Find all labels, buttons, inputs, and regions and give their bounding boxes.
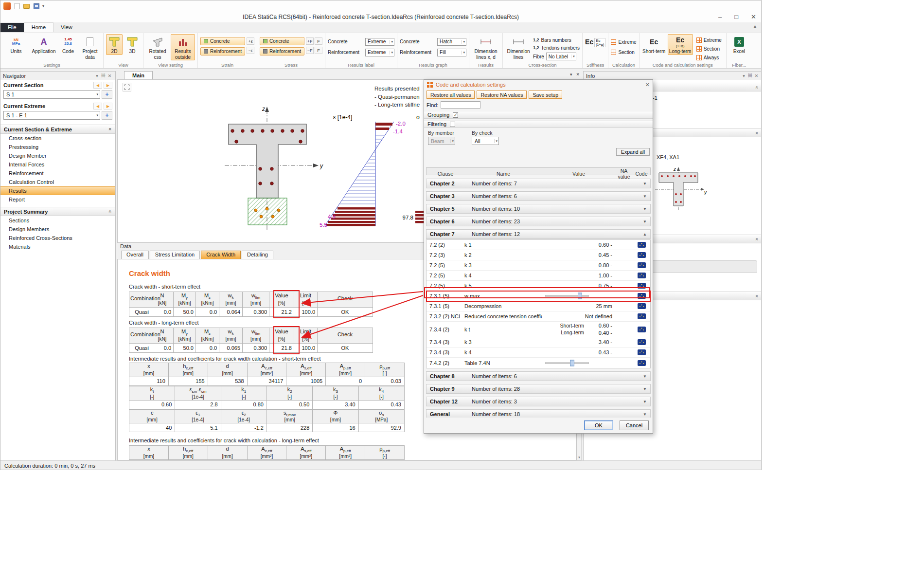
- setting-row[interactable]: 7.3.1 (5) Decompression 25 mm: [426, 301, 650, 311]
- collapse-group-icon[interactable]: «: [108, 210, 113, 213]
- slider-thumb[interactable]: [570, 360, 574, 366]
- chapter-group-row[interactable]: Chapter 9 Number of items: 28 ▼: [426, 384, 651, 394]
- project-data-button[interactable]: Project data: [79, 34, 101, 60]
- view-mode-button[interactable]: 2D: [106, 34, 123, 55]
- code-icon[interactable]: [638, 360, 646, 366]
- ok-button[interactable]: OK: [584, 420, 613, 430]
- code-icon[interactable]: [638, 303, 646, 309]
- chevron-down-icon[interactable]: ▾: [94, 73, 100, 78]
- stiffness-ec-button[interactable]: Ec Ec(1+φ): [585, 38, 605, 47]
- application-button[interactable]: A Application: [31, 34, 57, 55]
- minimize-button[interactable]: –: [718, 13, 722, 20]
- current-extreme-select[interactable]: S 1 - E 1▾: [3, 111, 100, 120]
- slider-thumb[interactable]: [578, 293, 582, 299]
- setting-row[interactable]: 7.2 (2) k 1 0.60 -: [426, 240, 650, 250]
- numbering-toggle[interactable]: 1,2 Bars numbers: [533, 36, 580, 44]
- setting-row[interactable]: 7.2 (3) k 2 0.45 -: [426, 250, 650, 260]
- nav-item[interactable]: Materials: [0, 242, 115, 251]
- new-file-icon[interactable]: [13, 3, 20, 10]
- nav-item[interactable]: Reinforced Cross-Sections: [0, 234, 115, 242]
- code-icon[interactable]: [638, 262, 646, 268]
- nav-group-current-section[interactable]: Current Section & Extreme «: [0, 125, 115, 134]
- setting-row[interactable]: 7.3.2 (2) NCI Reduced concrete tension c…: [426, 311, 650, 322]
- chevron-down-icon[interactable]: ▼: [643, 194, 647, 199]
- nav-item[interactable]: Results: [0, 186, 115, 195]
- value-slider[interactable]: [545, 360, 607, 366]
- code-icon[interactable]: [638, 339, 646, 345]
- collapse-group-icon[interactable]: «: [755, 237, 760, 240]
- code-icon[interactable]: [638, 327, 646, 332]
- extreme-select[interactable]: Extreme▾: [365, 49, 394, 56]
- maximize-button[interactable]: □: [734, 13, 738, 20]
- results-outside-button[interactable]: Results outside: [171, 34, 195, 60]
- stress-toggle[interactable]: Reinforcement: [260, 47, 304, 55]
- data-tab[interactable]: Crack Width: [201, 251, 241, 259]
- code-icon[interactable]: [638, 252, 646, 258]
- setting-row[interactable]: 7.3.1 (5) w max: [426, 291, 650, 301]
- nav-item[interactable]: Cross-section: [0, 134, 115, 143]
- collapse-group-icon[interactable]: «: [755, 131, 760, 134]
- nav-item[interactable]: Calculation Control: [0, 178, 115, 186]
- close-icon[interactable]: ✕: [107, 73, 113, 78]
- code-button[interactable]: 1.4525.8 Code: [58, 34, 78, 55]
- excel-export-button[interactable]: X Excel: [729, 34, 749, 55]
- ribbon-tab[interactable]: View: [53, 23, 80, 32]
- stress-toggle[interactable]: Concrete: [260, 37, 304, 45]
- expand-all-button[interactable]: Expand all: [616, 148, 650, 156]
- by-check-select[interactable]: All▾: [472, 137, 499, 145]
- pin-icon[interactable]: 卌: [747, 73, 753, 79]
- dialog-close-icon[interactable]: ✕: [645, 82, 650, 88]
- add-strain-label-icon[interactable]: +ε: [247, 37, 254, 45]
- setting-row[interactable]: 7.3.4 (3) k 4 0.43 -: [426, 347, 650, 358]
- current-section-select[interactable]: S 1▾: [3, 90, 100, 99]
- ribbon-tab[interactable]: File: [0, 23, 24, 32]
- setting-row[interactable]: 7.4.2 (2) Table 7.4N: [426, 358, 650, 368]
- chapter-group-row[interactable]: Chapter 5 Number of items: 10 ▼: [426, 204, 651, 214]
- chapter-group-row[interactable]: General Number of items: 18 ▼: [426, 409, 651, 418]
- data-tab[interactable]: Overall: [121, 251, 149, 259]
- chapter-group-row[interactable]: Chapter 8 Number of items: 6 ▼: [426, 371, 651, 381]
- nav-item[interactable]: Report: [0, 195, 115, 204]
- code-icon[interactable]: [638, 349, 646, 355]
- collapse-group-icon[interactable]: «: [108, 128, 113, 131]
- nav-item[interactable]: Design Member: [0, 151, 115, 160]
- stress-label-up-icon[interactable]: F: [315, 37, 322, 45]
- collapse-ribbon-icon[interactable]: ▲: [753, 24, 757, 29]
- by-member-select[interactable]: Beam▾: [428, 137, 455, 145]
- scroll-down-icon[interactable]: ▼: [577, 455, 581, 460]
- find-input[interactable]: [441, 101, 480, 109]
- code-icon[interactable]: [638, 293, 646, 299]
- save-icon[interactable]: [33, 3, 40, 10]
- graph-style-select[interactable]: Fill▾: [437, 49, 466, 56]
- chevron-down-icon[interactable]: ▾: [741, 73, 747, 78]
- extreme-select[interactable]: Extreme▾: [365, 38, 394, 46]
- dialog-toolbar-button[interactable]: Restore NA values: [477, 91, 527, 99]
- previous-section-button[interactable]: ◀: [93, 82, 102, 89]
- next-section-button[interactable]: ▶: [104, 82, 112, 89]
- calculation-button[interactable]: Extreme: [611, 38, 636, 46]
- filtering-checkbox[interactable]: [450, 122, 455, 127]
- close-tab-icon[interactable]: ✕: [576, 72, 580, 77]
- open-file-icon[interactable]: [23, 3, 30, 10]
- graph-style-select[interactable]: Hatch▾: [437, 38, 466, 46]
- setting-row[interactable]: 7.2 (5) k 5 0.75 -: [426, 281, 650, 291]
- app-logo-icon[interactable]: [3, 2, 11, 10]
- setting-row[interactable]: 7.2 (5) k 4 1.00 -: [426, 271, 650, 281]
- add-stress-label-icon[interactable]: +F: [306, 37, 314, 45]
- dialog-toolbar-button[interactable]: Save setup: [529, 91, 562, 99]
- strain-toggle[interactable]: Reinforcement: [200, 47, 245, 55]
- chapter-group-row[interactable]: Chapter 2 Number of items: 7 ▼: [426, 179, 651, 188]
- add-extreme-button[interactable]: +: [102, 111, 112, 120]
- chevron-up-icon[interactable]: ▲: [643, 232, 647, 237]
- code-icon[interactable]: [638, 273, 646, 278]
- tab-main[interactable]: Main: [124, 71, 153, 79]
- dialog-toolbar-button[interactable]: Restore all values: [426, 91, 475, 99]
- chevron-down-icon[interactable]: ▼: [643, 207, 647, 211]
- nav-group-project-summary[interactable]: Project Summary «: [0, 207, 115, 216]
- code-settings-option[interactable]: Extreme: [694, 36, 724, 44]
- stress-label-down-icon[interactable]: F: [315, 47, 322, 54]
- code-settings-option[interactable]: Section: [694, 45, 724, 53]
- chapter-7-group-row[interactable]: Chapter 7 Number of items: 12 ▲: [426, 229, 651, 239]
- fibre-label-select[interactable]: No Label▾: [546, 53, 576, 60]
- chevron-down-icon[interactable]: ▼: [643, 182, 647, 186]
